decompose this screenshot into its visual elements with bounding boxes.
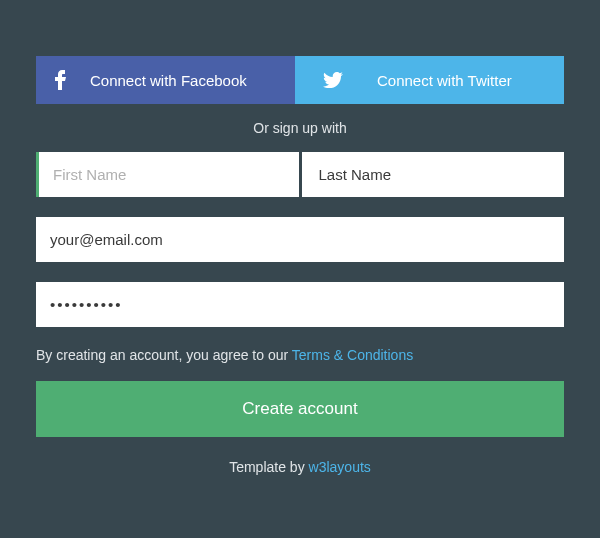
footer-text: Template by w3layouts xyxy=(36,459,564,475)
name-input-row xyxy=(36,152,564,197)
password-input[interactable] xyxy=(36,282,564,327)
connect-facebook-button[interactable]: Connect with Facebook xyxy=(36,56,295,104)
terms-prefix: By creating an account, you agree to our xyxy=(36,347,292,363)
terms-link[interactable]: Terms & Conditions xyxy=(292,347,413,363)
footer-link[interactable]: w3layouts xyxy=(309,459,371,475)
footer-prefix: Template by xyxy=(229,459,308,475)
email-wrap xyxy=(36,217,564,262)
social-login-row: Connect with Facebook Connect with Twitt… xyxy=(36,56,564,104)
facebook-label: Connect with Facebook xyxy=(90,72,247,89)
last-name-input[interactable] xyxy=(305,152,565,197)
first-name-wrap xyxy=(36,152,299,197)
facebook-icon xyxy=(54,70,66,90)
create-account-button[interactable]: Create account xyxy=(36,381,564,437)
last-name-wrap xyxy=(302,152,565,197)
connect-twitter-button[interactable]: Connect with Twitter xyxy=(295,56,564,104)
twitter-label: Connect with Twitter xyxy=(377,72,512,89)
twitter-icon xyxy=(323,72,343,88)
divider-text: Or sign up with xyxy=(36,120,564,136)
password-wrap xyxy=(36,282,564,327)
terms-line: By creating an account, you agree to our… xyxy=(36,347,564,363)
email-input[interactable] xyxy=(36,217,564,262)
first-name-input[interactable] xyxy=(39,152,299,197)
